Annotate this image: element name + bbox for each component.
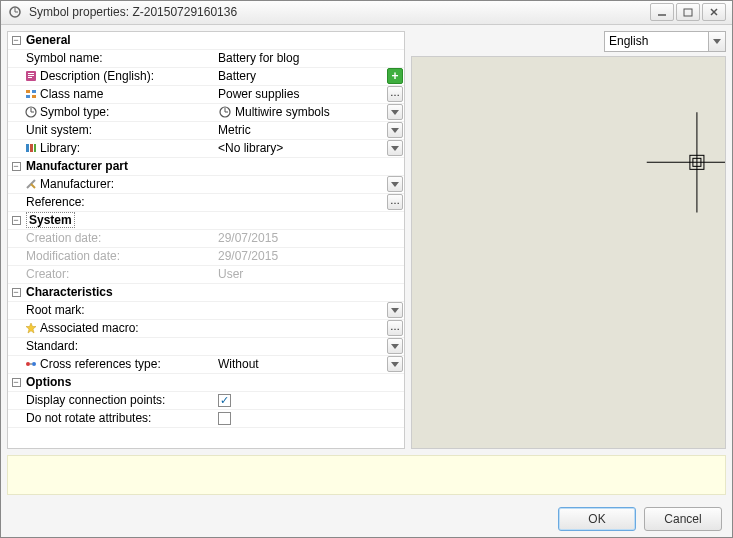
window-title: Symbol properties: Z-20150729160136 (29, 5, 650, 19)
checkbox-display-cp[interactable] (218, 394, 231, 407)
value[interactable]: Power supplies (214, 87, 386, 101)
dropdown-button[interactable] (387, 122, 403, 138)
add-description-button[interactable]: + (387, 68, 403, 84)
minimize-button[interactable] (650, 3, 674, 21)
row-symbol-name[interactable]: Symbol name: Battery for blog (8, 50, 404, 68)
browse-button[interactable]: … (387, 86, 403, 102)
row-modification-date: Modification date: 29/07/2015 (8, 248, 404, 266)
section-system[interactable]: − System (8, 212, 404, 230)
svg-rect-10 (28, 77, 32, 78)
row-reference[interactable]: Reference: … (8, 194, 404, 212)
svg-rect-22 (30, 144, 33, 152)
row-unit-system[interactable]: Unit system: Metric (8, 122, 404, 140)
row-symbol-type[interactable]: Symbol type: Multiwire symbols (8, 104, 404, 122)
row-associated-macro[interactable]: Associated macro: … (8, 320, 404, 338)
tools-icon (24, 177, 38, 191)
label: Description (English): (38, 69, 154, 83)
row-description[interactable]: Description (English): Battery + (8, 68, 404, 86)
label: Modification date: (24, 249, 120, 263)
browse-button[interactable]: … (387, 194, 403, 210)
preview-canvas (412, 57, 725, 448)
dropdown-button[interactable] (387, 338, 403, 354)
value[interactable]: Battery for blog (214, 51, 386, 65)
label: Standard: (24, 339, 78, 353)
section-header: Options (24, 375, 71, 389)
dropdown-button[interactable] (387, 176, 403, 192)
row-standard[interactable]: Standard: (8, 338, 404, 356)
browse-button[interactable]: … (387, 320, 403, 336)
type-value-icon (218, 105, 232, 119)
row-manufacturer[interactable]: Manufacturer: (8, 176, 404, 194)
svg-rect-21 (26, 144, 29, 152)
row-class-name[interactable]: Class name Power supplies … (8, 86, 404, 104)
dropdown-button[interactable] (387, 140, 403, 156)
property-grid[interactable]: − General Symbol name: Battery for blog … (7, 31, 405, 449)
value[interactable]: Battery (214, 69, 386, 83)
window-controls (650, 3, 726, 21)
value[interactable]: Without (214, 357, 386, 371)
section-manufacturer[interactable]: − Manufacturer part (8, 158, 404, 176)
crossref-icon (24, 357, 38, 371)
label: Symbol name: (24, 51, 103, 65)
collapse-icon[interactable]: − (12, 216, 21, 225)
label: Manufacturer: (38, 177, 114, 191)
label: Creation date: (24, 231, 101, 245)
collapse-icon[interactable]: − (12, 36, 21, 45)
language-combo[interactable]: English (604, 31, 709, 52)
row-display-connection-points[interactable]: Display connection points: (8, 392, 404, 410)
row-do-not-rotate[interactable]: Do not rotate attributes: (8, 410, 404, 428)
section-header: Characteristics (24, 285, 113, 299)
label: Class name (38, 87, 103, 101)
dropdown-button[interactable] (387, 356, 403, 372)
svg-rect-13 (26, 95, 30, 98)
row-root-mark[interactable]: Root mark: (8, 302, 404, 320)
svg-rect-8 (28, 73, 34, 74)
library-icon (24, 141, 38, 155)
description-icon (24, 69, 38, 83)
dropdown-button[interactable] (387, 104, 403, 120)
button-row: OK Cancel (7, 501, 726, 531)
maximize-button[interactable] (676, 3, 700, 21)
row-library[interactable]: Library: <No library> (8, 140, 404, 158)
value[interactable]: Metric (214, 123, 386, 137)
label: Display connection points: (24, 393, 165, 407)
collapse-icon[interactable]: − (12, 378, 21, 387)
checkbox-do-not-rotate[interactable] (218, 412, 231, 425)
collapse-icon[interactable]: − (12, 162, 21, 171)
svg-rect-12 (32, 90, 36, 93)
svg-rect-9 (28, 75, 34, 76)
svg-point-26 (32, 362, 36, 366)
collapse-icon[interactable]: − (12, 288, 21, 297)
label: Do not rotate attributes: (24, 411, 151, 425)
dialog-window: Symbol properties: Z-20150729160136 − Ge… (0, 0, 733, 538)
symbol-preview[interactable] (411, 56, 726, 449)
label: Root mark: (24, 303, 85, 317)
type-icon (24, 105, 38, 119)
label: Cross references type: (38, 357, 161, 371)
class-icon (24, 87, 38, 101)
close-button[interactable] (702, 3, 726, 21)
section-header: System (26, 212, 75, 228)
row-cross-references[interactable]: Cross references type: Without (8, 356, 404, 374)
svg-marker-24 (26, 323, 36, 333)
row-creator: Creator: User (8, 266, 404, 284)
section-header: General (24, 33, 71, 47)
section-options[interactable]: − Options (8, 374, 404, 392)
right-panel: English (411, 31, 726, 449)
section-characteristics[interactable]: − Characteristics (8, 284, 404, 302)
cancel-button[interactable]: Cancel (644, 507, 722, 531)
label: Symbol type: (38, 105, 109, 119)
label: Reference: (24, 195, 85, 209)
value[interactable]: Multiwire symbols (214, 105, 386, 119)
svg-rect-11 (26, 90, 30, 93)
label: Library: (38, 141, 80, 155)
section-general[interactable]: − General (8, 32, 404, 50)
svg-rect-14 (32, 95, 36, 98)
ok-button[interactable]: OK (558, 507, 636, 531)
language-dropdown-button[interactable] (709, 31, 726, 52)
language-value: English (609, 34, 648, 48)
dropdown-button[interactable] (387, 302, 403, 318)
section-header: Manufacturer part (24, 159, 128, 173)
value[interactable]: <No library> (214, 141, 386, 155)
label: Creator: (24, 267, 69, 281)
